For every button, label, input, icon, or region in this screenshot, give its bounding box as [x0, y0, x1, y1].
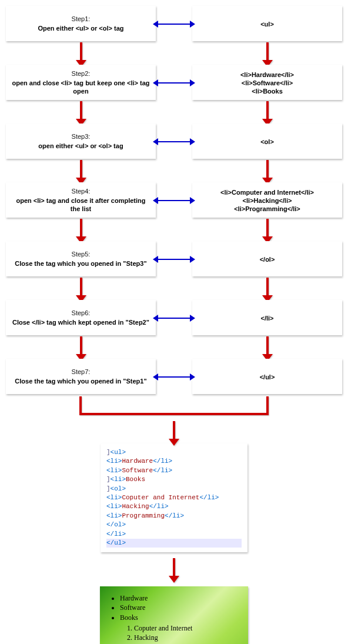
code-snippet: <li>Computer and Internet</li> <li>Hacki…	[197, 188, 337, 213]
code-line: <li>Hacking</li>	[106, 502, 242, 511]
step-description: Open either <ul> or <ol> tag	[11, 24, 151, 32]
code-line: ]<ul>	[106, 448, 242, 457]
down-arrow-icon	[80, 219, 82, 238]
bi-arrow-icon	[158, 141, 190, 142]
code-box: </ol>	[192, 241, 342, 276]
step-label: Step4:	[11, 187, 151, 195]
bi-arrow-icon	[158, 200, 190, 201]
down-arrow-icon	[80, 278, 82, 296]
step-description: open either <ul> or <ol> tag	[11, 142, 151, 150]
down-arrow-icon	[266, 42, 269, 61]
steps-column: Step1:Open either <ul> or <ol> tagStep2:…	[6, 6, 156, 394]
step-label: Step1:	[11, 15, 151, 23]
step-description: open and close <li> tag but keep one <li…	[11, 79, 151, 96]
output-numbered-list: Coputer and InternetHackingProgramming	[120, 623, 241, 644]
down-arrow-icon	[80, 336, 82, 355]
code-line: </ul>	[106, 539, 242, 548]
output-numbered-item: Hacking	[134, 633, 241, 642]
step-description: Close the tag which you opened in "Step1…	[11, 377, 151, 385]
code-box: <ol>	[192, 124, 342, 159]
down-arrow-icon	[80, 101, 82, 120]
code-line: <li>Hardware</li>	[106, 457, 242, 466]
center-flow: ]<ul> <li>Hardware</li> <li>Software</li…	[6, 420, 342, 644]
step-label: Step7:	[11, 368, 151, 376]
down-arrow-icon	[266, 219, 269, 238]
code-box: </ul>	[192, 359, 342, 394]
code-box: <ul>	[192, 6, 342, 41]
step-description: Close the tag which you opened in "Step3…	[11, 259, 151, 268]
output-numbered-item: Coputer and Internet	[134, 623, 241, 633]
rendered-output-box: HardwareSoftwareBooksCoputer and Interne…	[100, 586, 248, 644]
flowchart-diagram: Step1:Open either <ul> or <ol> tagStep2:…	[6, 6, 342, 644]
bi-arrow-icon	[158, 318, 190, 319]
step-box: Step2:open and close <li> tag but keep o…	[6, 65, 156, 100]
code-line: ]<ol>	[106, 485, 242, 493]
code-line: </li>	[106, 530, 242, 539]
step-label: Step5:	[11, 250, 151, 258]
code-snippet: <ul>	[197, 20, 337, 28]
step-box: Step7:Close the tag which you opened in …	[6, 359, 156, 394]
step-box: Step1:Open either <ul> or <ol> tag	[6, 6, 156, 41]
output-bullet: BooksCoputer and InternetHackingProgramm…	[120, 613, 241, 644]
code-snippet: </ol>	[197, 255, 337, 263]
bi-arrow-icon	[158, 82, 190, 84]
code-box: <li>Hardware</li> <li>Software</li> <li>…	[192, 65, 342, 100]
step-label: Step2:	[11, 69, 151, 78]
down-arrow-icon	[266, 336, 269, 355]
combined-code-box: ]<ul> <li>Hardware</li> <li>Software</li…	[101, 443, 247, 552]
code-line: <li>Software</li>	[106, 466, 242, 475]
step-label: Step6:	[11, 309, 151, 317]
bi-arrow-icon	[158, 259, 190, 260]
bi-arrow-icon	[158, 376, 190, 378]
step-label: Step3:	[11, 132, 151, 141]
code-box: </li>	[192, 300, 342, 335]
down-arrow-icon	[266, 160, 269, 179]
code-box: <li>Computer and Internet</li> <li>Hacki…	[192, 182, 342, 218]
step-box: Step6:Close </li> tag which kept opened …	[6, 300, 156, 335]
down-arrow-icon	[173, 421, 175, 440]
code-snippet: </ul>	[197, 373, 337, 381]
merge-connector	[6, 396, 342, 420]
bi-arrow-icon	[158, 24, 190, 25]
code-line: <li>Coputer and Internet</li>	[106, 493, 242, 502]
output-bullet: Hardware	[120, 593, 241, 603]
code-snippet: <li>Hardware</li> <li>Software</li> <li>…	[197, 71, 337, 96]
down-arrow-icon	[80, 160, 82, 179]
step-box: Step4:open <li> tag and close it after c…	[6, 182, 156, 218]
down-arrow-icon	[80, 42, 82, 61]
code-line: ]<li>Books	[106, 475, 242, 484]
down-arrow-icon	[266, 278, 269, 296]
step-description: open <li> tag and close it after complet…	[11, 196, 151, 213]
code-snippet: </li>	[197, 314, 337, 322]
code-line: <li>Programming</li>	[106, 512, 242, 520]
step-box: Step3:open either <ul> or <ol> tag	[6, 124, 156, 159]
code-snippet: <ol>	[197, 138, 337, 146]
output-bullet-list: HardwareSoftwareBooksCoputer and Interne…	[108, 593, 241, 644]
step-box: Step5:Close the tag which you opened in …	[6, 241, 156, 276]
output-bullet: Software	[120, 603, 241, 612]
step-description: Close </li> tag which kept opened in "St…	[11, 318, 151, 326]
code-line: </ol>	[106, 520, 242, 529]
down-arrow-icon	[173, 558, 175, 577]
down-arrow-icon	[266, 101, 269, 120]
code-column: <ul><li>Hardware</li> <li>Software</li> …	[192, 6, 342, 394]
